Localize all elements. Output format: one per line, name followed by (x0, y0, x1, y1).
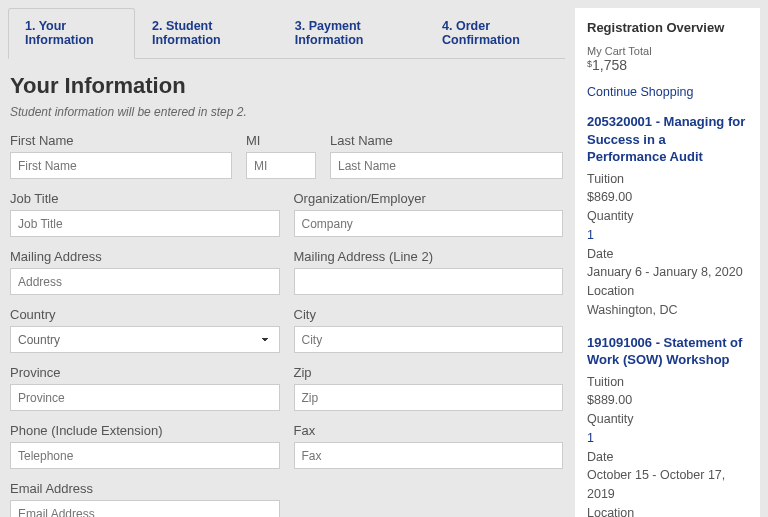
quantity-label: Quantity (587, 410, 748, 429)
date-label: Date (587, 245, 748, 264)
tab-student-information[interactable]: 2. Student Information (135, 8, 278, 58)
location-label: Location (587, 282, 748, 301)
mailing-address-label: Mailing Address (10, 249, 280, 264)
quantity-value: 1 (587, 429, 748, 448)
province-label: Province (10, 365, 280, 380)
mi-input[interactable] (246, 152, 316, 179)
mailing-address-input[interactable] (10, 268, 280, 295)
sidebar-overview: Registration Overview My Cart Total $1,7… (575, 8, 760, 517)
date-label: Date (587, 448, 748, 467)
main-content: 1. Your Information 2. Student Informati… (8, 8, 565, 517)
course-title-link[interactable]: 205320001 - Managing for Success in a Pe… (587, 113, 748, 166)
email-label: Email Address (10, 481, 280, 496)
phone-label: Phone (Include Extension) (10, 423, 280, 438)
organization-label: Organization/Employer (294, 191, 564, 206)
email-input[interactable] (10, 500, 280, 517)
province-input[interactable] (10, 384, 280, 411)
course-item: 205320001 - Managing for Success in a Pe… (587, 113, 748, 320)
fax-input[interactable] (294, 442, 564, 469)
page-title: Your Information (10, 73, 563, 99)
mailing-address2-input[interactable] (294, 268, 564, 295)
first-name-input[interactable] (10, 152, 232, 179)
cart-total-value: $1,758 (587, 57, 748, 73)
mi-label: MI (246, 133, 316, 148)
course-title-link[interactable]: 191091006 - Statement of Work (SOW) Work… (587, 334, 748, 369)
organization-input[interactable] (294, 210, 564, 237)
fax-label: Fax (294, 423, 564, 438)
city-input[interactable] (294, 326, 564, 353)
page-subtitle: Student information will be entered in s… (10, 105, 563, 119)
first-name-label: First Name (10, 133, 232, 148)
cart-total-label: My Cart Total (587, 45, 748, 57)
country-label: Country (10, 307, 280, 322)
city-label: City (294, 307, 564, 322)
last-name-label: Last Name (330, 133, 563, 148)
continue-shopping-link[interactable]: Continue Shopping (587, 85, 748, 99)
zip-label: Zip (294, 365, 564, 380)
location-label: Location (587, 504, 748, 517)
location-value: Washington, DC (587, 301, 748, 320)
date-value: October 15 - October 17, 2019 (587, 466, 748, 504)
tab-order-confirmation[interactable]: 4. Order Confirmation (425, 8, 565, 58)
tab-payment-information[interactable]: 3. Payment Information (278, 8, 425, 58)
job-title-label: Job Title (10, 191, 280, 206)
job-title-input[interactable] (10, 210, 280, 237)
country-select[interactable]: Country (10, 326, 280, 353)
course-item: 191091006 - Statement of Work (SOW) Work… (587, 334, 748, 517)
tuition-value: $869.00 (587, 188, 748, 207)
step-tabs: 1. Your Information 2. Student Informati… (8, 8, 565, 59)
tuition-label: Tuition (587, 170, 748, 189)
last-name-input[interactable] (330, 152, 563, 179)
sidebar-heading: Registration Overview (587, 20, 748, 35)
tuition-value: $889.00 (587, 391, 748, 410)
phone-input[interactable] (10, 442, 280, 469)
quantity-value: 1 (587, 226, 748, 245)
zip-input[interactable] (294, 384, 564, 411)
tab-your-information[interactable]: 1. Your Information (8, 8, 135, 59)
mailing-address2-label: Mailing Address (Line 2) (294, 249, 564, 264)
date-value: January 6 - January 8, 2020 (587, 263, 748, 282)
tuition-label: Tuition (587, 373, 748, 392)
quantity-label: Quantity (587, 207, 748, 226)
